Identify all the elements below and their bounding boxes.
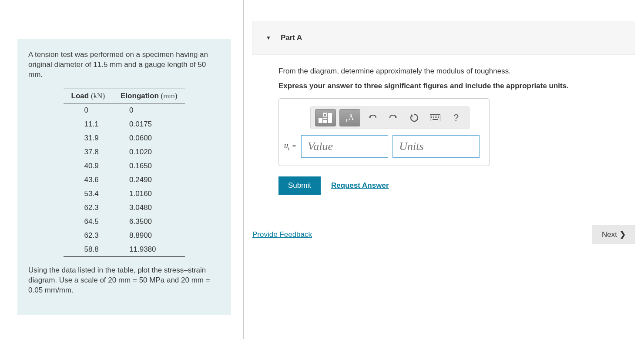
svg-rect-4 xyxy=(323,120,327,123)
answer-box: μÅ ? ut = xyxy=(278,98,490,166)
cell-elongation: 11.9380 xyxy=(113,243,185,257)
collapse-icon[interactable]: ▼ xyxy=(266,35,271,41)
value-input[interactable] xyxy=(301,135,388,158)
cell-elongation: 0.1650 xyxy=(113,159,185,173)
svg-rect-15 xyxy=(436,117,437,118)
cell-elongation: 3.0480 xyxy=(113,201,185,215)
units-input[interactable] xyxy=(392,135,480,158)
cell-elongation: 1.0160 xyxy=(113,187,185,201)
table-row: 31.90.0600 xyxy=(64,131,185,145)
col-header-elongation: Elongation (mm) xyxy=(113,89,185,103)
request-answer-link[interactable]: Request Answer xyxy=(331,181,389,190)
cell-load: 37.8 xyxy=(64,145,113,159)
svg-rect-16 xyxy=(438,117,439,118)
svg-rect-17 xyxy=(433,119,438,120)
cell-load: 31.9 xyxy=(64,131,113,145)
question-text: From the diagram, determine approximatel… xyxy=(278,67,621,76)
cell-elongation: 0.0175 xyxy=(113,117,185,131)
action-row: Submit Request Answer xyxy=(278,176,621,195)
table-row: 40.90.1650 xyxy=(64,159,185,173)
part-header[interactable]: ▼ Part A xyxy=(252,21,635,55)
cell-load: 40.9 xyxy=(64,159,113,173)
svg-rect-13 xyxy=(433,117,434,118)
cell-load: 43.6 xyxy=(64,173,113,187)
table-row: 53.41.0160 xyxy=(64,187,185,201)
svg-rect-0 xyxy=(319,118,322,123)
svg-rect-10 xyxy=(436,116,437,116)
submit-button[interactable]: Submit xyxy=(278,176,321,195)
part-title: Part A xyxy=(281,33,302,42)
cell-load: 58.8 xyxy=(64,243,113,257)
table-row: 00 xyxy=(64,103,185,117)
cell-elongation: 0.0600 xyxy=(113,131,185,145)
provide-feedback-link[interactable]: Provide Feedback xyxy=(252,230,312,239)
svg-rect-14 xyxy=(435,117,436,118)
cell-load: 64.5 xyxy=(64,215,113,229)
template-button[interactable] xyxy=(315,109,336,126)
table-row: 62.33.0480 xyxy=(64,201,185,215)
undo-button[interactable] xyxy=(364,109,381,126)
redo-button[interactable] xyxy=(385,109,402,126)
cell-load: 62.3 xyxy=(64,201,113,215)
part-body: From the diagram, determine approximatel… xyxy=(252,55,635,195)
table-row: 37.80.1020 xyxy=(64,145,185,159)
cell-elongation: 6.3500 xyxy=(113,215,185,229)
table-row: 64.56.3500 xyxy=(64,215,185,229)
cell-elongation: 0.2490 xyxy=(113,173,185,187)
svg-rect-11 xyxy=(438,116,439,116)
units-button[interactable]: μÅ xyxy=(339,109,360,126)
answer-panel: ▼ Part A From the diagram, determine app… xyxy=(244,0,644,339)
table-row: 62.38.8900 xyxy=(64,229,185,243)
cell-load: 62.3 xyxy=(64,229,113,243)
svg-rect-2 xyxy=(324,114,326,116)
col-header-load: Load (kN) xyxy=(64,89,113,103)
cell-load: 53.4 xyxy=(64,187,113,201)
cell-elongation: 0.1020 xyxy=(113,145,185,159)
answer-toolbar: μÅ ? xyxy=(310,106,470,129)
svg-rect-3 xyxy=(323,118,327,119)
svg-rect-12 xyxy=(431,117,432,118)
cell-load: 11.1 xyxy=(64,117,113,131)
table-body: 0011.10.017531.90.060037.80.102040.90.16… xyxy=(64,103,185,256)
answer-instruction: Express your answer to three significant… xyxy=(278,82,621,90)
table-row: 58.811.9380 xyxy=(64,243,185,257)
variable-label: ut = xyxy=(284,141,297,152)
help-button[interactable]: ? xyxy=(447,109,465,126)
svg-rect-5 xyxy=(328,113,332,123)
keyboard-button[interactable] xyxy=(426,109,444,126)
data-table: Load (kN) Elongation (mm) 0011.10.017531… xyxy=(64,89,185,257)
problem-box: A tension test was performed on a specim… xyxy=(17,39,231,315)
cell-load: 0 xyxy=(64,103,113,117)
chevron-right-icon: ❯ xyxy=(620,230,626,239)
cell-elongation: 8.8900 xyxy=(113,229,185,243)
answer-row: ut = xyxy=(284,135,480,158)
svg-rect-8 xyxy=(433,116,434,116)
cell-elongation: 0 xyxy=(113,103,185,117)
table-row: 43.60.2490 xyxy=(64,173,185,187)
footer-row: Provide Feedback Next ❯ xyxy=(252,225,635,244)
next-button[interactable]: Next ❯ xyxy=(592,225,635,244)
problem-instruction: Using the data listed in the table, plot… xyxy=(28,266,220,296)
table-row: 11.10.0175 xyxy=(64,117,185,131)
problem-intro: A tension test was performed on a specim… xyxy=(28,50,220,80)
reset-button[interactable] xyxy=(406,109,423,126)
svg-rect-7 xyxy=(431,116,432,116)
svg-rect-9 xyxy=(435,116,436,116)
problem-panel: A tension test was performed on a specim… xyxy=(0,0,244,339)
